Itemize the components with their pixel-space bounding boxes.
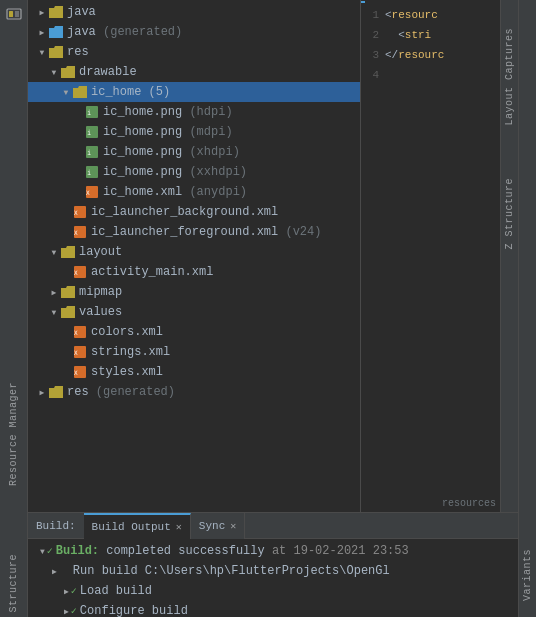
- folder-icon-mipmap: [60, 284, 76, 300]
- tree-item-java[interactable]: ▶ java: [28, 2, 360, 22]
- xml-icon-ic-home: X: [84, 184, 100, 200]
- png-icon-xhdpi: i: [84, 144, 100, 160]
- bottom-tabs: Build: Build Output ✕ Sync ✕: [28, 513, 518, 539]
- tree-item-ic-launcher-fg[interactable]: X ic_launcher_foreground.xml (v24): [28, 222, 360, 242]
- dim-java-gen: (generated): [103, 25, 182, 39]
- close-build-output[interactable]: ✕: [176, 521, 182, 533]
- label-res: res: [67, 45, 89, 59]
- tree-item-java-gen[interactable]: ▶ java (generated): [28, 22, 360, 42]
- dim-res-gen: (generated): [96, 385, 175, 399]
- xml-icon-strings: X: [72, 344, 88, 360]
- folder-icon-values: [60, 304, 76, 320]
- tree-item-colors[interactable]: X colors.xml: [28, 322, 360, 342]
- svg-text:X: X: [86, 189, 90, 196]
- build-item-1[interactable]: ▶ Run build C:\Users\hp\FlutterProjects\…: [28, 561, 518, 581]
- label-mipmap: mipmap: [79, 285, 122, 299]
- tree-item-ic-home-mdpi[interactable]: i ic_home.png (mdpi): [28, 122, 360, 142]
- tree-item-res[interactable]: ▼ res: [28, 42, 360, 62]
- label-ic-launcher-bg: ic_launcher_background.xml: [91, 205, 278, 219]
- label-java: java: [67, 5, 96, 19]
- build-output-content: ▼ ✓ Build: completed successfully at 19-…: [28, 539, 518, 617]
- folder-icon-res: [48, 44, 64, 60]
- folder-icon-ic-home: [72, 84, 88, 100]
- tree-item-ic-home-xxhdpi[interactable]: i ic_home.png (xxhdpi): [28, 162, 360, 182]
- tree-item-res-gen[interactable]: ▶ res (generated): [28, 382, 360, 402]
- line-num-4: 4: [361, 69, 385, 81]
- svg-text:X: X: [74, 329, 78, 336]
- build-arrow-0: ▼: [40, 547, 45, 556]
- tree-item-ic-launcher-bg[interactable]: X ic_launcher_background.xml: [28, 202, 360, 222]
- label-layout: layout: [79, 245, 122, 259]
- tree-item-ic-home-xhdpi[interactable]: i ic_home.png (xhdpi): [28, 142, 360, 162]
- arrow-ic-home: ▼: [60, 86, 72, 98]
- tree-item-drawable[interactable]: ▼ drawable: [28, 62, 360, 82]
- tree-item-layout[interactable]: ▼ layout: [28, 242, 360, 262]
- dim-v24: (v24): [285, 225, 321, 239]
- variants-panel: Variants: [518, 0, 536, 617]
- svg-text:i: i: [87, 129, 91, 137]
- file-tree-panel[interactable]: ▶ java ▶ java (generated): [28, 0, 360, 512]
- close-sync[interactable]: ✕: [230, 520, 236, 532]
- build-section-label: Build:: [32, 520, 80, 532]
- xml-icon-activity-main: X: [72, 264, 88, 280]
- structure-label[interactable]: Structure: [8, 550, 19, 617]
- side-panels-right: Layout Captures Z Structure: [500, 0, 518, 512]
- svg-text:X: X: [74, 229, 78, 236]
- tree-item-activity-main[interactable]: X activity_main.xml: [28, 262, 360, 282]
- tab-build-output[interactable]: Build Output ✕: [84, 513, 191, 539]
- tree-item-ic-home[interactable]: ▼ ic_home (5): [28, 82, 360, 102]
- tree-item-mipmap[interactable]: ▶ mipmap: [28, 282, 360, 302]
- code-content-2: <stri: [385, 29, 431, 41]
- build-bold-0: Build:: [56, 544, 99, 558]
- code-line-4: 4: [361, 65, 500, 85]
- build-check-0: ✓: [47, 545, 53, 557]
- png-icon-mdpi: i: [84, 124, 100, 140]
- png-icon-xxhdpi: i: [84, 164, 100, 180]
- dim-xhdpi: (xhdpi): [189, 145, 239, 159]
- label-res-gen: res (generated): [67, 385, 175, 399]
- tab-sync[interactable]: Sync ✕: [191, 513, 245, 539]
- folder-icon-layout: [60, 244, 76, 260]
- tree-item-styles[interactable]: X styles.xml: [28, 362, 360, 382]
- tree-item-ic-home-hdpi[interactable]: i ic_home.png (hdpi): [28, 102, 360, 122]
- line-num-2: 2: [361, 29, 385, 41]
- label-drawable: drawable: [79, 65, 137, 79]
- label-ic-home-hdpi: ic_home.png (hdpi): [103, 105, 233, 119]
- z-structure-label[interactable]: Z Structure: [502, 172, 517, 256]
- tree-item-values[interactable]: ▼ values: [28, 302, 360, 322]
- arrow-res-gen: ▶: [36, 386, 48, 398]
- tree-item-strings[interactable]: X strings.xml: [28, 342, 360, 362]
- label-ic-home-xhdpi: ic_home.png (xhdpi): [103, 145, 240, 159]
- build-check-2: ✓: [71, 585, 77, 597]
- svg-text:i: i: [87, 149, 91, 157]
- build-item-3[interactable]: ▶ ✓ Configure build: [28, 601, 518, 617]
- png-icon-hdpi: i: [84, 104, 100, 120]
- code-line-1: 1 <resourc: [361, 5, 500, 25]
- build-item-2[interactable]: ▶ ✓ Load build: [28, 581, 518, 601]
- dim-hdpi: (hdpi): [189, 105, 232, 119]
- build-normal-3: Configure build: [80, 604, 188, 617]
- arrow-layout: ▼: [48, 246, 60, 258]
- resource-manager-label[interactable]: Resource Manager: [8, 378, 19, 490]
- label-ic-home: ic_home (5): [91, 85, 170, 99]
- label-ic-home-xxhdpi: ic_home.png (xxhdpi): [103, 165, 247, 179]
- xml-icon-colors: X: [72, 324, 88, 340]
- layout-captures-label[interactable]: Layout Captures: [502, 22, 517, 132]
- code-line-3: 3 </resourc: [361, 45, 500, 65]
- line-numbers: 1 <resourc 2 <stri 3 </: [361, 3, 500, 87]
- svg-text:i: i: [87, 169, 91, 177]
- build-item-0[interactable]: ▼ ✓ Build: completed successfully at 19-…: [28, 541, 518, 561]
- folder-icon-drawable: [60, 64, 76, 80]
- svg-text:X: X: [74, 369, 78, 376]
- tree-item-ic-home-xml[interactable]: X ic_home.xml (anydpi): [28, 182, 360, 202]
- line-num-3: 3: [361, 49, 385, 61]
- label-ic-launcher-fg: ic_launcher_foreground.xml (v24): [91, 225, 321, 239]
- variants-label[interactable]: Variants: [520, 543, 535, 607]
- xml-icon-styles: X: [72, 364, 88, 380]
- resource-manager-icon[interactable]: [3, 4, 25, 26]
- folder-icon-java: [48, 4, 64, 20]
- left-toolbar: Resource Manager Structure: [0, 0, 28, 617]
- arrow-java: ▶: [36, 6, 48, 18]
- tab-sync-label: Sync: [199, 520, 225, 532]
- build-normal-2: Load build: [80, 584, 152, 598]
